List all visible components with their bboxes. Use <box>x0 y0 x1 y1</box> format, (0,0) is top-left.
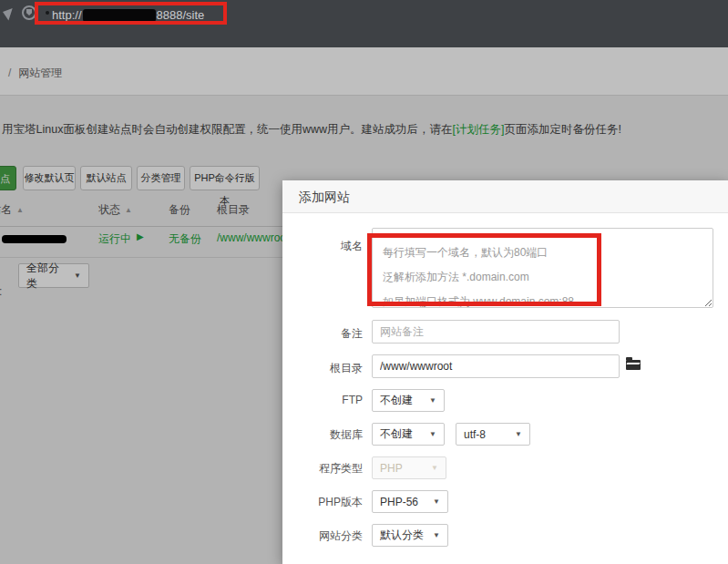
caret-down-icon: ▼ <box>431 464 438 472</box>
charset-selected-value: utf-8 <box>464 428 486 441</box>
browser-address-bar: http://8888/site <box>0 0 728 47</box>
url-protocol: http:// <box>52 8 82 22</box>
charset-select[interactable]: utf-8 ▼ <box>456 423 530 446</box>
database-selected-value: 不创建 <box>380 426 413 442</box>
url-redaction-bar <box>83 9 156 22</box>
caret-down-icon: ▼ <box>433 531 440 539</box>
ftp-label: FTP <box>282 394 363 406</box>
site-category-value: 默认分类 <box>380 528 424 543</box>
shield-extension-icon[interactable] <box>22 5 36 20</box>
ftp-selected-value: 不创建 <box>380 393 413 408</box>
root-dir-input[interactable] <box>372 354 620 378</box>
note-input[interactable] <box>372 320 620 344</box>
program-type-select: PHP ▼ <box>372 456 446 479</box>
php-version-value: PHP-56 <box>380 496 418 508</box>
program-type-label: 程序类型 <box>282 461 363 477</box>
database-label: 数据库 <box>282 427 363 443</box>
caret-down-icon: ▼ <box>515 430 522 438</box>
partial-cursor-icon <box>0 4 13 21</box>
note-label: 备注 <box>282 326 363 342</box>
caret-down-icon: ▼ <box>429 430 436 438</box>
program-type-value: PHP <box>380 462 403 475</box>
modal-title: 添加网站 <box>299 180 350 213</box>
ftp-select[interactable]: 不创建 ▼ <box>372 389 445 412</box>
database-select[interactable]: 不创建 ▼ <box>372 423 445 446</box>
modal-header[interactable]: 添加网站 <box>282 180 728 213</box>
url-dot-icon <box>46 11 49 15</box>
caret-down-icon: ▼ <box>433 497 440 506</box>
add-website-modal: 添加网站 域名 每行填写一个域名，默认为80端口 泛解析添加方法 *.domai… <box>282 180 728 564</box>
php-version-label: PHP版本 <box>282 495 363 510</box>
root-label: 根目录 <box>282 361 363 376</box>
caret-down-icon: ▼ <box>429 396 436 405</box>
url-port-path: 8888/site <box>157 8 205 22</box>
folder-browse-icon[interactable] <box>626 360 641 370</box>
php-version-select[interactable]: PHP-56 ▼ <box>372 490 448 513</box>
domain-textarea[interactable] <box>372 228 713 308</box>
domain-label: 域名 <box>282 239 363 254</box>
site-category-label: 网站分类 <box>282 528 363 544</box>
site-category-select[interactable]: 默认分类 ▼ <box>372 524 448 547</box>
url-field[interactable]: http://8888/site <box>52 7 204 24</box>
